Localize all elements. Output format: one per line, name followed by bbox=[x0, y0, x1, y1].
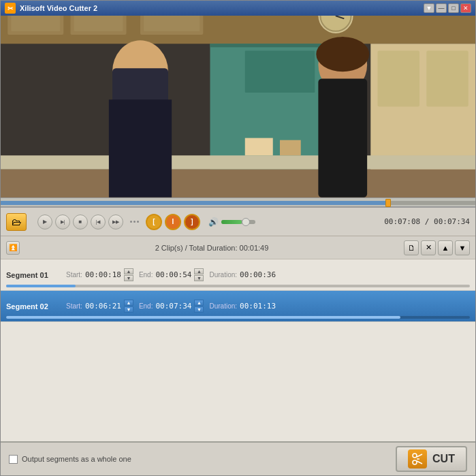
end-up-button[interactable]: ▲ bbox=[194, 268, 204, 274]
end-spinner[interactable]: ▲ ▼ bbox=[194, 268, 204, 281]
segment-label: Segment 02 bbox=[6, 302, 61, 311]
segment-row[interactable]: Segment 01 Start: 00:00:18 ▲ ▼ End: 00:0… bbox=[1, 259, 475, 291]
marker-end-button[interactable]: ] bbox=[184, 214, 200, 230]
video-frame bbox=[1, 16, 475, 197]
app-icon: ✂ bbox=[5, 3, 16, 14]
time-display: 00:07:08 / 00:07:34 bbox=[384, 217, 470, 226]
duration-label: Duration: bbox=[209, 271, 237, 279]
close-button[interactable]: ✕ bbox=[460, 3, 471, 13]
svg-rect-26 bbox=[318, 79, 367, 197]
volume-fill bbox=[221, 220, 242, 224]
start-down-button[interactable]: ▼ bbox=[124, 275, 133, 281]
time-separator: / bbox=[420, 217, 434, 226]
segment-start-group: Start: 00:06:21 ▲ ▼ bbox=[66, 300, 133, 313]
dropdown-button[interactable]: ▼ bbox=[424, 3, 434, 13]
svg-rect-7 bbox=[74, 16, 123, 31]
stop-button[interactable]: ■ bbox=[73, 215, 88, 229]
volume-handle[interactable] bbox=[242, 218, 250, 226]
title-bar: ✂ Xilisoft Video Cutter 2 ▼ — □ ✕ bbox=[1, 1, 475, 16]
dot-3 bbox=[137, 221, 139, 223]
segment-progress-bar bbox=[6, 316, 470, 319]
end-value: 00:07:34 bbox=[155, 302, 191, 311]
segment-end-group: End: 00:07:34 ▲ ▼ bbox=[139, 300, 204, 313]
bottom-bar: Output segments as a whole one CUT bbox=[1, 441, 475, 475]
start-up-button[interactable]: ▲ bbox=[124, 300, 133, 306]
total-time: 00:07:34 bbox=[434, 217, 470, 226]
main-window: ✂ Xilisoft Video Cutter 2 ▼ — □ ✕ bbox=[0, 0, 476, 476]
fast-forward-button[interactable]: ▶▶ bbox=[108, 215, 123, 229]
volume-icon: 🔊 bbox=[208, 217, 219, 227]
remove-clip-button[interactable]: ✕ bbox=[421, 240, 436, 255]
end-down-button[interactable]: ▼ bbox=[194, 306, 204, 313]
output-checkbox-group: Output segments as a whole one bbox=[9, 455, 396, 464]
timeline-bar[interactable] bbox=[1, 197, 475, 207]
transport-controls: ▶ ▶| ■ |◀ ▶▶ bbox=[37, 215, 123, 229]
collapse-button[interactable]: ⏫ bbox=[6, 241, 20, 255]
segment-end-group: End: 00:00:54 ▲ ▼ bbox=[139, 268, 204, 281]
segment-start-group: Start: 00:00:18 ▲ ▼ bbox=[66, 268, 133, 281]
next-frame-button[interactable]: ▶| bbox=[55, 215, 70, 229]
start-label: Start: bbox=[66, 271, 82, 279]
duration-label: Duration: bbox=[209, 302, 237, 310]
segment-row[interactable]: Segment 02 Start: 00:06:21 ▲ ▼ End: 00:0… bbox=[1, 291, 475, 322]
prev-button[interactable]: |◀ bbox=[91, 215, 106, 229]
start-spinner[interactable]: ▲ ▼ bbox=[124, 300, 133, 313]
clips-action-buttons: 🗋 ✕ ▲ ▼ bbox=[404, 240, 470, 255]
segment-duration-group: Duration: 00:01:13 bbox=[209, 302, 276, 311]
segment-progress-fill bbox=[6, 285, 76, 287]
svg-line-33 bbox=[417, 461, 422, 464]
segment-label: Segment 01 bbox=[6, 271, 61, 279]
svg-line-32 bbox=[417, 454, 422, 457]
start-up-button[interactable]: ▲ bbox=[124, 268, 133, 274]
cut-icon bbox=[408, 449, 427, 469]
duration-value: 00:00:36 bbox=[240, 270, 276, 279]
cut-label: CUT bbox=[432, 453, 455, 465]
svg-rect-5 bbox=[11, 16, 60, 31]
start-down-button[interactable]: ▼ bbox=[124, 306, 133, 313]
dots-indicator bbox=[130, 221, 139, 223]
maximize-button[interactable]: □ bbox=[448, 3, 459, 13]
start-label: Start: bbox=[66, 302, 82, 310]
svg-rect-21 bbox=[1, 170, 475, 197]
collapse-icon: ⏫ bbox=[9, 244, 17, 251]
svg-rect-20 bbox=[1, 155, 475, 170]
duration-value: 00:01:13 bbox=[240, 302, 276, 311]
open-folder-button[interactable]: 🗁 bbox=[6, 213, 27, 231]
play-button[interactable]: ▶ bbox=[37, 215, 52, 229]
marker-middle-button[interactable]: I bbox=[165, 214, 181, 230]
add-clip-button[interactable]: 🗋 bbox=[404, 240, 419, 255]
output-checkbox[interactable] bbox=[9, 455, 18, 464]
end-up-button[interactable]: ▲ bbox=[194, 300, 204, 306]
svg-point-27 bbox=[316, 37, 369, 72]
svg-rect-29 bbox=[280, 140, 301, 156]
svg-rect-28 bbox=[245, 138, 273, 156]
segments-list: Segment 01 Start: 00:00:18 ▲ ▼ End: 00:0… bbox=[1, 259, 475, 441]
window-controls: ▼ — □ ✕ bbox=[424, 3, 471, 13]
start-value: 00:06:21 bbox=[85, 302, 121, 311]
move-down-button[interactable]: ▼ bbox=[455, 240, 470, 255]
cut-button[interactable]: CUT bbox=[396, 446, 467, 472]
svg-rect-19 bbox=[426, 51, 469, 107]
start-value: 00:00:18 bbox=[85, 270, 121, 279]
clips-info: 2 Clip(s) / Total Duration: 00:01:49 bbox=[25, 244, 398, 252]
minimize-button[interactable]: — bbox=[436, 3, 447, 13]
move-up-button[interactable]: ▲ bbox=[438, 240, 453, 255]
timeline-handle[interactable] bbox=[385, 199, 391, 207]
current-time: 00:07:08 bbox=[384, 217, 420, 226]
video-scene-svg bbox=[1, 16, 475, 197]
dot-1 bbox=[130, 221, 132, 223]
clips-header: ⏫ 2 Clip(s) / Total Duration: 00:01:49 🗋… bbox=[1, 236, 475, 259]
end-label: End: bbox=[139, 302, 153, 310]
end-down-button[interactable]: ▼ bbox=[194, 275, 204, 281]
volume-bar[interactable] bbox=[221, 220, 255, 224]
svg-point-30 bbox=[413, 454, 417, 458]
end-spinner[interactable]: ▲ ▼ bbox=[194, 300, 204, 313]
svg-rect-24 bbox=[109, 99, 172, 197]
svg-rect-16 bbox=[245, 51, 315, 93]
end-value: 00:00:54 bbox=[155, 270, 191, 279]
controls-bar: 🗁 ▶ ▶| ■ |◀ ▶▶ [ I ] 🔊 00:07:08 / 00: bbox=[1, 207, 475, 236]
marker-start-button[interactable]: [ bbox=[146, 214, 162, 230]
start-spinner[interactable]: ▲ ▼ bbox=[124, 268, 133, 281]
output-label: Output segments as a whole one bbox=[22, 455, 131, 463]
volume-area: 🔊 bbox=[208, 217, 255, 227]
